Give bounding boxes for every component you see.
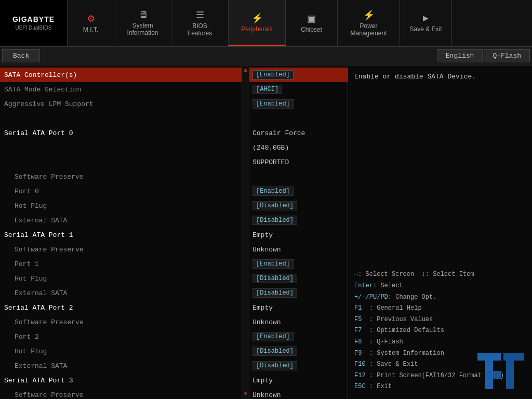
tab-peripherals[interactable]: ⚡ Peripherals <box>229 0 286 46</box>
setting-sw-preserve-0-label: Software Preserve <box>15 173 84 181</box>
setting-hotplug-2-label: Hot Plug <box>15 348 47 355</box>
value-sata-controller-text: [Enabled] <box>252 70 294 79</box>
value-corsair-size: (240.0GB) <box>252 144 289 152</box>
setting-sata-controller[interactable]: SATA Controller(s) <box>0 68 242 82</box>
values-column: [Enabled] [AHCI] [Enabled] Corsair Force <box>249 65 348 399</box>
value-aggressive-lpm[interactable]: [Enabled] <box>249 97 348 111</box>
value-ext-sata-1[interactable]: [Disabled] <box>249 286 348 300</box>
setting-port1[interactable]: Port 1 <box>0 257 242 271</box>
value-hotplug-2-text: [Disabled] <box>252 347 297 356</box>
tab-system-information[interactable]: 🖥 SystemInformation <box>114 0 171 46</box>
tab-bios-label: BIOSFeatures <box>188 22 212 37</box>
scrollbar[interactable]: ▲ ▼ <box>242 65 249 399</box>
gigabyte-logo: GIGABYTE <box>12 15 55 23</box>
setting-port2-label: Port 2 <box>15 333 39 341</box>
setting-sata-port2-label: Serial ATA Port 2 <box>4 304 73 312</box>
value-hotplug-1-text: [Disabled] <box>252 274 297 283</box>
setting-sata-port1[interactable]: Serial ATA Port 1 <box>0 228 242 242</box>
help-panel: Enable or disable SATA Device. ↔: Select… <box>348 65 532 399</box>
setting-ext-sata-1[interactable]: External SATA <box>0 286 242 300</box>
value-sw-preserve-3-text: Unknown <box>252 391 281 399</box>
value-aggressive-lpm-text: [Enabled] <box>252 99 294 109</box>
key-change-opt: +/-/PU/PD: Change Opt. <box>354 292 526 303</box>
tab-mit-label: M.I.T. <box>83 26 98 33</box>
value-port1[interactable]: [Enabled] <box>249 257 348 271</box>
tab-mit[interactable]: ⚙ M.I.T. <box>68 0 114 46</box>
setting-sw-preserve-3[interactable]: Software Preserve <box>0 388 242 399</box>
key-enter: Enter: Select <box>354 281 526 292</box>
value-corsair-2: (240.0GB) <box>249 140 348 155</box>
corsair-line3 <box>0 155 242 169</box>
save-icon: ► <box>421 13 431 24</box>
language-button[interactable]: English <box>437 49 483 62</box>
setting-hotplug-2[interactable]: Hot Plug <box>0 344 242 358</box>
setting-ext-sata-2[interactable]: External SATA <box>0 358 242 373</box>
tab-bios-features[interactable]: ☰ BIOSFeatures <box>171 0 229 46</box>
scroll-up-arrow[interactable]: ▲ <box>244 65 247 75</box>
setting-sata-port0[interactable]: Serial ATA Port 0 <box>0 126 242 140</box>
tab-save-exit[interactable]: ► Save & Exit <box>400 0 452 46</box>
tab-power-label: PowerManagement <box>350 22 387 37</box>
value-port1-empty: Empty <box>249 228 348 242</box>
setting-ext-sata-2-label: External SATA <box>15 362 67 370</box>
value-port3-empty: Empty <box>249 373 348 388</box>
setting-ext-sata-0-label: External SATA <box>15 217 67 224</box>
tab-power-management[interactable]: ⚡ PowerManagement <box>338 0 400 46</box>
gigabyte-watermark-svg <box>475 350 527 392</box>
value-sata-mode[interactable]: [AHCI] <box>249 82 348 97</box>
value-ext-sata-0[interactable]: [Disabled] <box>249 213 348 228</box>
setting-hotplug-0-label: Hot Plug <box>15 202 47 210</box>
tab-chipset[interactable]: ▣ Chipset <box>286 0 338 46</box>
setting-sata-controller-label: SATA Controller(s) <box>4 71 77 79</box>
value-hotplug-0[interactable]: [Disabled] <box>249 198 348 213</box>
value-hotplug-1[interactable]: [Disabled] <box>249 271 348 286</box>
setting-port0-label: Port 0 <box>15 188 39 195</box>
setting-hotplug-1[interactable]: Hot Plug <box>0 271 242 286</box>
tab-chipset-label: Chipset <box>301 26 322 33</box>
svg-marker-2 <box>485 371 501 379</box>
setting-aggressive-lpm[interactable]: Aggressive LPM Support <box>0 97 242 111</box>
nav-bar: GIGABYTE UEFI DualBIOS ⚙ M.I.T. 🖥 System… <box>0 0 532 47</box>
setting-sw-preserve-3-label: Software Preserve <box>15 391 84 399</box>
setting-sw-preserve-1[interactable]: Software Preserve <box>0 242 242 257</box>
value-sw-preserve-1: Unknown <box>249 242 348 257</box>
value-ext-sata-2[interactable]: [Disabled] <box>249 358 348 373</box>
setting-sata-mode[interactable]: SATA Mode Selection <box>0 82 242 97</box>
value-ext-sata-0-text: [Disabled] <box>252 216 297 225</box>
setting-sata-mode-label: SATA Mode Selection <box>4 86 81 94</box>
value-port2-text: [Enabled] <box>252 332 294 341</box>
value-port0[interactable]: [Enabled] <box>249 184 348 198</box>
value-hotplug-0-text: [Disabled] <box>252 201 297 210</box>
tab-save-label: Save & Exit <box>409 25 442 33</box>
setting-hotplug-0[interactable]: Hot Plug <box>0 198 242 213</box>
back-button[interactable]: Back <box>2 49 40 62</box>
value-sw-preserve-2: Unknown <box>249 315 348 329</box>
value-corsair-3: SUPPORTED <box>249 155 348 169</box>
system-icon: 🖥 <box>138 9 148 20</box>
setting-port2[interactable]: Port 2 <box>0 329 242 344</box>
value-port2[interactable]: [Enabled] <box>249 329 348 344</box>
value-corsair-text: Corsair Force <box>252 129 305 137</box>
labels-column: SATA Controller(s) SATA Mode Selection A… <box>0 65 242 399</box>
setting-sw-preserve-2[interactable]: Software Preserve <box>0 315 242 329</box>
setting-ext-sata-0[interactable]: External SATA <box>0 213 242 228</box>
qflash-button[interactable]: Q-Flash <box>484 49 530 62</box>
value-sw-preserve-3: Unknown <box>249 388 348 399</box>
value-sata-controller[interactable]: [Enabled] <box>249 68 348 82</box>
scroll-down-arrow[interactable]: ▼ <box>244 389 247 399</box>
value-hotplug-2[interactable]: [Disabled] <box>249 344 348 358</box>
tab-peripherals-label: Peripherals <box>241 25 273 33</box>
setting-sata-port2[interactable]: Serial ATA Port 2 <box>0 300 242 315</box>
key-f5: F5 : Previous Values <box>354 314 526 326</box>
value-spacer-1 <box>249 111 348 126</box>
setting-sw-preserve-0[interactable]: Software Preserve <box>0 169 242 184</box>
peripherals-icon: ⚡ <box>251 12 263 24</box>
setting-sw-preserve-2-label: Software Preserve <box>15 318 84 326</box>
setting-sata-port3[interactable]: Serial ATA Port 3 <box>0 373 242 388</box>
svg-marker-0 <box>503 353 524 389</box>
power-icon: ⚡ <box>363 9 375 21</box>
setting-port1-label: Port 1 <box>15 260 39 268</box>
help-description: Enable or disable SATA Device. <box>354 72 526 83</box>
value-corsair-1: Corsair Force <box>249 126 348 140</box>
setting-port0[interactable]: Port 0 <box>0 184 242 198</box>
